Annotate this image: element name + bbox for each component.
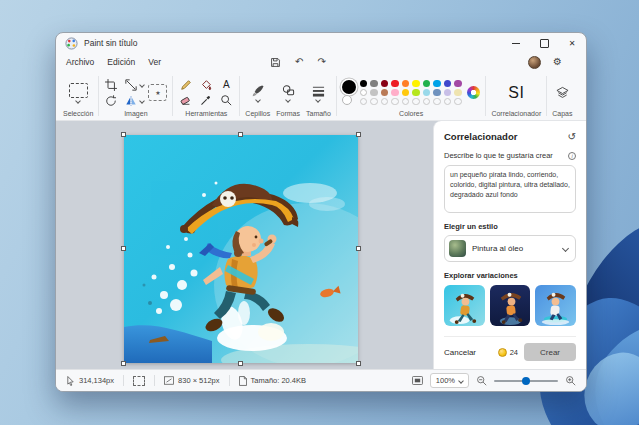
history-icon[interactable]: ↺ <box>568 131 576 142</box>
crop-icon[interactable] <box>104 78 118 92</box>
palette-color[interactable] <box>454 89 462 97</box>
selection-handle[interactable] <box>356 246 361 251</box>
selection-handle[interactable] <box>356 132 361 137</box>
palette-color[interactable] <box>381 80 389 88</box>
pencil-icon[interactable] <box>179 78 193 92</box>
palette-empty-slot[interactable] <box>423 98 431 106</box>
coin-icon <box>498 348 507 357</box>
selection-handle[interactable] <box>121 246 126 251</box>
selection-handle[interactable] <box>238 132 243 137</box>
zoom-slider[interactable] <box>494 376 558 386</box>
create-button[interactable]: Crear <box>524 343 576 361</box>
save-icon[interactable] <box>270 57 281 68</box>
menu-edicion[interactable]: Edición <box>107 57 135 67</box>
palette-color[interactable] <box>423 89 431 97</box>
selection-handle[interactable] <box>238 361 243 366</box>
palette-empty-slot[interactable] <box>391 98 399 106</box>
secondary-color-swatch[interactable] <box>342 95 352 105</box>
palette-color[interactable] <box>412 80 420 88</box>
canvas[interactable] <box>124 135 358 363</box>
resize-icon[interactable] <box>124 78 138 92</box>
chevron-down-icon <box>458 378 464 384</box>
fit-screen-icon[interactable] <box>412 376 423 385</box>
variation-thumb-2[interactable] <box>490 285 531 326</box>
palette-color[interactable] <box>433 89 441 97</box>
edit-colors-icon[interactable] <box>467 86 480 99</box>
chevron-down-icon[interactable] <box>140 82 146 88</box>
chevron-down-icon[interactable] <box>285 97 291 103</box>
palette-color[interactable] <box>370 89 378 97</box>
palette-color[interactable] <box>454 80 462 88</box>
palette-color[interactable] <box>433 80 441 88</box>
zoom-in-icon[interactable] <box>565 375 576 386</box>
palette-color[interactable] <box>360 89 368 97</box>
palette-color[interactable] <box>444 80 452 88</box>
selection-handle[interactable] <box>121 361 126 366</box>
palette-color[interactable] <box>412 89 420 97</box>
desktop: Paint sin título ✕ Archivo Edición Ver ↶… <box>0 0 639 425</box>
palette-empty-slot[interactable] <box>433 98 441 106</box>
text-tool-icon[interactable]: A <box>223 80 230 90</box>
close-button[interactable]: ✕ <box>558 33 586 53</box>
redo-icon[interactable]: ↷ <box>317 57 325 67</box>
palette-color[interactable] <box>370 80 378 88</box>
palette-color[interactable] <box>381 89 389 97</box>
eyedropper-icon[interactable] <box>199 93 213 107</box>
cocreator-icon[interactable]: SI <box>508 84 524 102</box>
palette-empty-slot[interactable] <box>360 98 368 106</box>
line-size-icon[interactable] <box>311 83 325 97</box>
flip-icon[interactable] <box>124 94 138 108</box>
palette-empty-slot[interactable] <box>370 98 378 106</box>
palette-color[interactable] <box>360 80 368 88</box>
brush-icon[interactable] <box>251 83 265 97</box>
fill-bucket-icon[interactable] <box>199 78 213 92</box>
chevron-down-icon[interactable] <box>316 97 322 103</box>
palette-color[interactable] <box>402 89 410 97</box>
prompt-input[interactable]: un pequeño pirata lindo, corriendo, colo… <box>444 165 576 213</box>
zoom-slider-thumb[interactable] <box>522 377 530 385</box>
cancel-button[interactable]: Cancelar <box>444 348 476 357</box>
variation-thumb-1[interactable] <box>444 285 485 326</box>
magnifier-icon[interactable] <box>219 93 233 107</box>
palette-empty-slot[interactable] <box>402 98 410 106</box>
palette-color[interactable] <box>391 80 399 88</box>
minimize-button[interactable] <box>502 33 530 53</box>
group-shapes-label: Formas <box>276 110 300 118</box>
palette-empty-slot[interactable] <box>381 98 389 106</box>
chevron-down-icon[interactable] <box>255 97 261 103</box>
primary-color-swatch[interactable] <box>342 80 356 94</box>
selection-handle[interactable] <box>121 132 126 137</box>
chevron-down-icon[interactable] <box>140 98 146 104</box>
title-bar[interactable]: Paint sin título ✕ <box>56 33 586 53</box>
rotate-icon[interactable] <box>104 94 118 108</box>
palette-empty-slot[interactable] <box>454 98 462 106</box>
group-brushes-label: Cepillos <box>245 110 270 118</box>
chevron-down-icon[interactable] <box>75 98 81 104</box>
menu-archivo[interactable]: Archivo <box>66 57 94 67</box>
selection-handle[interactable] <box>356 361 361 366</box>
menu-bar: Archivo Edición Ver ↶ ↷ ⚙ <box>56 53 586 71</box>
variation-thumb-3[interactable] <box>535 285 576 326</box>
palette-color[interactable] <box>391 89 399 97</box>
account-avatar[interactable] <box>528 56 541 69</box>
palette-empty-slot[interactable] <box>444 98 452 106</box>
maximize-button[interactable] <box>530 33 558 53</box>
undo-icon[interactable]: ↶ <box>295 57 303 67</box>
style-dropdown[interactable]: Pintura al óleo <box>444 235 576 262</box>
palette-color[interactable] <box>402 80 410 88</box>
ai-select-icon[interactable]: ★ <box>148 84 167 101</box>
palette-color[interactable] <box>423 80 431 88</box>
layers-icon[interactable] <box>555 86 569 100</box>
selection-tool-icon[interactable] <box>69 83 88 98</box>
info-icon[interactable]: i <box>568 152 576 160</box>
gear-icon[interactable]: ⚙ <box>553 57 562 67</box>
palette-color[interactable] <box>444 89 452 97</box>
shapes-icon[interactable] <box>281 83 295 97</box>
zoom-out-icon[interactable] <box>476 375 487 386</box>
group-tools: A <box>175 73 237 120</box>
eraser-icon[interactable] <box>179 93 193 107</box>
credits-count: 24 <box>510 348 518 357</box>
zoom-level-dropdown[interactable]: 100% <box>430 373 469 388</box>
palette-empty-slot[interactable] <box>412 98 420 106</box>
menu-ver[interactable]: Ver <box>148 57 161 67</box>
